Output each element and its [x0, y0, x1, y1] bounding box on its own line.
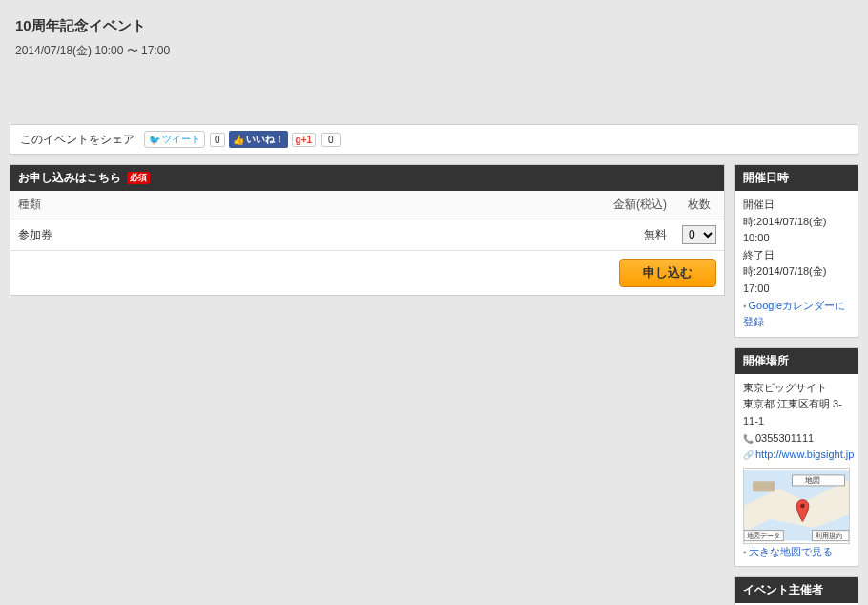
link-icon	[743, 449, 755, 460]
event-datetime: 2014/07/18(金) 10:00 〜 17:00	[15, 43, 853, 59]
venue-heading: 開催場所	[735, 348, 858, 374]
map-data-label: 地図データ	[746, 532, 780, 540]
map-type-label: 地図	[804, 476, 820, 485]
venue-panel: 開催場所 東京ビッグサイト 東京都 江東区有明 3-11-1 035530111…	[734, 347, 858, 568]
schedule-panel: 開催日時 開催日時:2014/07/18(金) 10:00 終了日時:2014/…	[734, 164, 858, 338]
fb-like-label: いいね！	[246, 133, 284, 146]
thumbs-up-icon: 👍	[233, 135, 244, 145]
apply-heading-text: お申し込みはこちら	[18, 170, 121, 186]
venue-address: 東京都 江東区有明 3-11-1	[743, 396, 850, 429]
start-value: 2014/07/18(金) 10:00	[743, 216, 826, 244]
venue-phone: 0355301111	[755, 432, 814, 444]
quantity-select[interactable]: 0	[682, 225, 716, 244]
col-type: 種類	[10, 191, 289, 219]
apply-button[interactable]: 申し込む	[619, 259, 716, 287]
tweet-button[interactable]: 🐦 ツイート	[144, 131, 205, 148]
map-terms-label: 利用規約	[816, 532, 842, 540]
twitter-icon: 🐦	[149, 135, 160, 145]
apply-heading: お申し込みはこちら 必須	[10, 165, 724, 191]
fb-like-button[interactable]: 👍 いいね！	[229, 131, 288, 148]
organizer-panel: イベント主催者 伸和 一郎 ichiro@shinwa-agenc	[734, 576, 858, 605]
share-label: このイベントをシェア	[20, 132, 134, 148]
phone-icon	[743, 432, 755, 444]
gcal-link[interactable]: Googleカレンダーに登録	[743, 300, 845, 328]
gplus-count: 0	[321, 133, 341, 147]
apply-panel: お申し込みはこちら 必須 種類 金額(税込) 枚数 参加券 無料 0	[10, 164, 725, 296]
ticket-price: 無料	[289, 219, 674, 251]
venue-url[interactable]: http://www.bigsight.jp	[755, 449, 854, 460]
map-thumbnail[interactable]: 地図 地図データ 利用規約	[743, 468, 850, 544]
schedule-heading: 開催日時	[735, 165, 858, 191]
bullet-icon: ▪	[743, 547, 747, 557]
svg-point-4	[800, 503, 805, 508]
organizer-heading: イベント主催者	[735, 577, 858, 603]
svg-rect-2	[753, 481, 775, 491]
tweet-label: ツイート	[162, 133, 200, 146]
col-amount: 金額(税込)	[289, 191, 674, 219]
end-value: 2014/07/18(金) 17:00	[743, 265, 826, 294]
ticket-name: 参加券	[10, 219, 289, 251]
bullet-icon: ▪	[743, 301, 747, 311]
big-map-link[interactable]: 大きな地図で見る	[749, 546, 833, 557]
col-qty: 枚数	[674, 191, 724, 219]
event-title: 10周年記念イベント	[15, 17, 853, 35]
share-bar: このイベントをシェア 🐦 ツイート 0 👍 いいね！ g+1 0	[10, 124, 858, 155]
table-row: 参加券 無料 0	[10, 219, 724, 251]
ticket-table: 種類 金額(税込) 枚数 参加券 無料 0	[10, 191, 724, 251]
table-header-row: 種類 金額(税込) 枚数	[10, 191, 724, 219]
gplus-button[interactable]: g+1	[292, 133, 317, 147]
tweet-count: 0	[210, 133, 225, 147]
required-badge: 必須	[127, 172, 150, 184]
venue-name: 東京ビッグサイト	[743, 380, 850, 397]
